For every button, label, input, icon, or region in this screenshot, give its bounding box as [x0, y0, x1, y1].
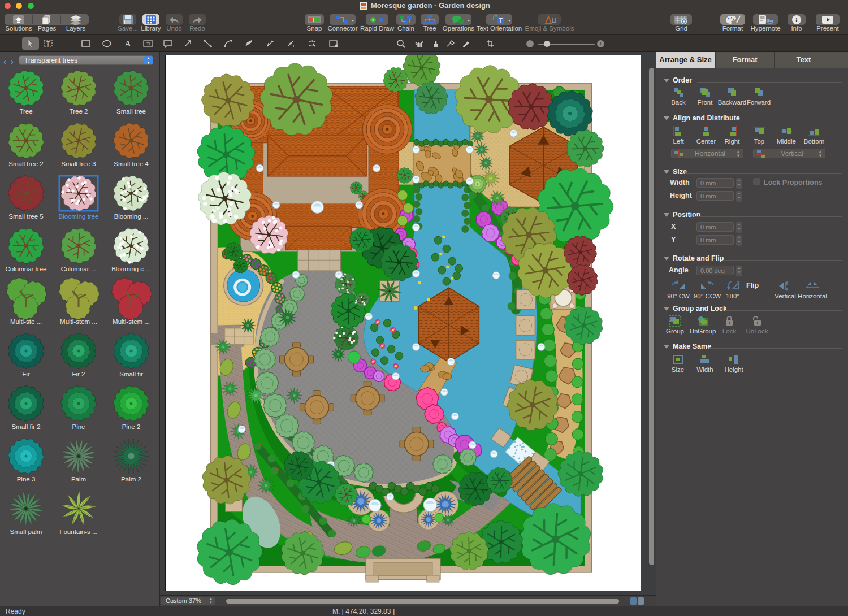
svg-text:Fir: Fir — [22, 371, 30, 378]
svg-text:A: A — [125, 40, 131, 48]
svg-text:Small fir: Small fir — [119, 371, 143, 378]
svg-text:Small tree: Small tree — [116, 108, 146, 115]
svg-text:Pine: Pine — [72, 423, 85, 430]
svg-text:Multi-ste ...: Multi-ste ... — [10, 318, 42, 325]
svg-text:Small tree 5: Small tree 5 — [8, 213, 43, 220]
svg-text:Tree: Tree — [19, 108, 32, 115]
svg-text:Columnar tree: Columnar tree — [6, 266, 47, 272]
svg-text:Blooming tree: Blooming tree — [59, 213, 99, 220]
svg-text:Small palm: Small palm — [10, 528, 42, 535]
svg-text:Small tree 2: Small tree 2 — [8, 160, 43, 167]
svg-text:Palm 2: Palm 2 — [121, 476, 141, 483]
svg-text:Small tree 3: Small tree 3 — [61, 160, 96, 167]
svg-text:Palm: Palm — [71, 476, 86, 483]
svg-text:Fountain-s ...: Fountain-s ... — [59, 528, 97, 535]
svg-text:Fir 2: Fir 2 — [72, 371, 85, 378]
svg-text:Small fir 2: Small fir 2 — [11, 423, 40, 430]
svg-text:Small tree 4: Small tree 4 — [114, 160, 149, 167]
svg-text:Blooming c ...: Blooming c ... — [111, 266, 151, 272]
svg-text:Multi-stem ...: Multi-stem ... — [113, 318, 150, 325]
svg-text:Pine 3: Pine 3 — [17, 476, 36, 483]
svg-text:Multi-stem ...: Multi-stem ... — [60, 318, 97, 325]
svg-text:T: T — [46, 41, 50, 47]
svg-text:Tree 2: Tree 2 — [70, 108, 88, 115]
svg-text:Columnar ...: Columnar ... — [61, 266, 97, 272]
svg-text:Pine 2: Pine 2 — [122, 423, 141, 430]
svg-text:T: T — [146, 41, 149, 46]
svg-text:Blooming ...: Blooming ... — [114, 213, 149, 220]
